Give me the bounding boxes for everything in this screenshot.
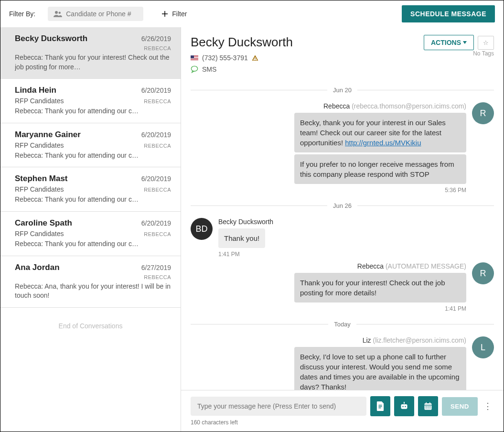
svg-rect-20 — [426, 406, 427, 407]
schedule-button[interactable] — [418, 396, 438, 416]
conv-tag: RFP Candidates — [15, 230, 64, 238]
plus-icon — [161, 10, 169, 18]
star-button[interactable]: ☆ — [478, 36, 494, 50]
svg-rect-22 — [429, 406, 430, 407]
svg-rect-10 — [401, 404, 407, 409]
conv-tag: RFP Candidates — [15, 185, 64, 193]
conversation-header: Becky Ducksworth ACTIONS ☆ — [181, 27, 504, 78]
svg-point-12 — [405, 406, 406, 407]
filter-button[interactable]: Filter — [161, 10, 187, 18]
conv-name: Ana Jordan — [15, 263, 60, 272]
conv-name: Becky Ducksworth — [15, 34, 87, 43]
template-button[interactable] — [370, 396, 390, 416]
conv-owner: REBECCA — [144, 143, 171, 149]
svg-rect-19 — [429, 402, 430, 404]
svg-rect-18 — [426, 402, 427, 404]
svg-rect-9 — [378, 408, 381, 408]
no-tags-label: No Tags — [473, 50, 494, 57]
svg-rect-23 — [426, 408, 427, 409]
conv-date: 6/20/2019 — [141, 131, 171, 139]
document-icon — [376, 401, 385, 411]
conv-date: 6/20/2019 — [141, 86, 171, 94]
star-icon: ☆ — [483, 39, 489, 46]
sms-icon — [191, 65, 198, 73]
conv-name: Linda Hein — [15, 86, 56, 95]
conv-owner: REBECCA — [144, 187, 171, 193]
topbar: Filter By: Filter SCHEDULE MESSAGE — [0, 0, 504, 27]
message-sender: Rebecca (rebecca.thomson@person.icims.co… — [323, 102, 466, 110]
avatar: BD — [191, 218, 213, 240]
conv-owner: REBECCA — [144, 231, 171, 237]
svg-rect-5 — [255, 60, 255, 60]
message-bubble: Becky, I'd love to set up a phone call t… — [294, 347, 466, 390]
avatar: L — [472, 336, 494, 358]
conversation-item[interactable]: Maryanne Gainer6/20/2019RFP CandidatesRE… — [0, 123, 181, 168]
svg-rect-4 — [255, 58, 255, 59]
contact-name: Becky Ducksworth — [191, 35, 293, 50]
conv-date: 6/20/2019 — [141, 219, 171, 227]
bot-button[interactable] — [394, 396, 414, 416]
svg-point-14 — [404, 402, 405, 402]
message-group: Rebecca (rebecca.thomson@person.icims.co… — [191, 102, 494, 194]
schedule-message-button[interactable]: SCHEDULE MESSAGE — [402, 5, 495, 22]
caret-down-icon — [463, 41, 467, 44]
message-timestamp: 1:41 PM — [218, 251, 273, 258]
warning-icon — [252, 54, 258, 61]
conv-tag: RFP Candidates — [15, 97, 64, 105]
conv-name: Stephen Mast — [15, 174, 68, 184]
conv-preview: Rebecca: Thank you for attending our c… — [15, 195, 171, 205]
message-link[interactable]: http://grnted.us/MVKikiu — [345, 139, 421, 147]
calendar-icon — [424, 402, 432, 410]
svg-rect-21 — [428, 406, 429, 407]
message-thread[interactable]: Jun 20 Rebecca (rebecca.thomson@person.i… — [181, 78, 504, 390]
actions-dropdown[interactable]: ACTIONS — [424, 35, 474, 50]
conversation-item[interactable]: Ana Jordan6/27/2019REBECCARebecca: Ana, … — [0, 256, 181, 308]
conv-owner: REBECCA — [144, 98, 171, 104]
more-button[interactable]: ⋮ — [482, 401, 494, 411]
svg-rect-8 — [378, 406, 382, 407]
conv-preview: Rebecca: Thank you for your interest! Ch… — [15, 53, 171, 72]
message-timestamp: 1:41 PM — [445, 305, 466, 312]
search-input[interactable] — [66, 10, 138, 18]
conversation-item[interactable]: Stephen Mast6/20/2019RFP CandidatesREBEC… — [0, 167, 181, 212]
search-box[interactable] — [48, 7, 143, 21]
actions-label: ACTIONS — [431, 39, 461, 46]
composer: SEND ⋮ 160 characters left — [181, 390, 504, 432]
message-group: Liz (liz.fletcher@person.icims.com) Beck… — [191, 336, 494, 390]
people-icon — [54, 11, 62, 17]
message-bubble: If you prefer to no longer receive messa… — [294, 154, 466, 184]
conv-name: Maryanne Gainer — [15, 130, 81, 140]
conv-preview: Rebecca: Thank you for attending our c… — [15, 239, 171, 249]
svg-rect-24 — [428, 408, 429, 409]
phone-number: (732) 555-3791 — [202, 54, 248, 62]
robot-icon — [399, 402, 409, 410]
characters-left: 160 characters left — [191, 419, 494, 426]
message-bubble: Thank you for your interest! Check out t… — [294, 273, 466, 302]
conv-name: Caroline Spath — [15, 218, 72, 228]
message-bubble: Becky, thank you for your interest in ou… — [294, 113, 466, 152]
end-of-conversations: End of Conversations — [0, 308, 181, 344]
svg-rect-7 — [378, 405, 382, 405]
us-flag-icon — [191, 55, 198, 61]
conv-tag: RFP Candidates — [15, 141, 64, 149]
date-separator: Jun 26 — [191, 202, 494, 209]
message-sender: Rebecca (AUTOMATED MESSAGE) — [357, 262, 466, 270]
conversation-list[interactable]: Becky Ducksworth6/26/2019REBECCARebecca:… — [0, 27, 181, 432]
date-separator: Jun 20 — [191, 86, 494, 94]
conv-date: 6/26/2019 — [141, 35, 171, 43]
conv-preview: Rebecca: Thank you for attending our c… — [15, 151, 171, 161]
conversation-item[interactable]: Becky Ducksworth6/26/2019REBECCARebecca:… — [0, 27, 181, 79]
message-bubble: Thank you! — [218, 228, 265, 248]
avatar: R — [472, 102, 494, 124]
conversation-item[interactable]: Linda Hein6/20/2019RFP CandidatesREBECCA… — [0, 79, 181, 123]
conv-date: 6/20/2019 — [141, 175, 171, 183]
message-input[interactable] — [191, 397, 366, 416]
message-group: Rebecca (AUTOMATED MESSAGE) Thank you fo… — [191, 262, 494, 312]
message-sender: Liz (liz.fletcher@person.icims.com) — [363, 336, 466, 344]
conversation-item[interactable]: Caroline Spath6/20/2019RFP CandidatesREB… — [0, 212, 181, 256]
conv-owner: REBECCA — [144, 274, 171, 280]
conv-owner: REBECCA — [144, 45, 171, 51]
send-button[interactable]: SEND — [442, 397, 478, 416]
avatar: R — [472, 262, 494, 284]
svg-rect-25 — [429, 408, 430, 409]
